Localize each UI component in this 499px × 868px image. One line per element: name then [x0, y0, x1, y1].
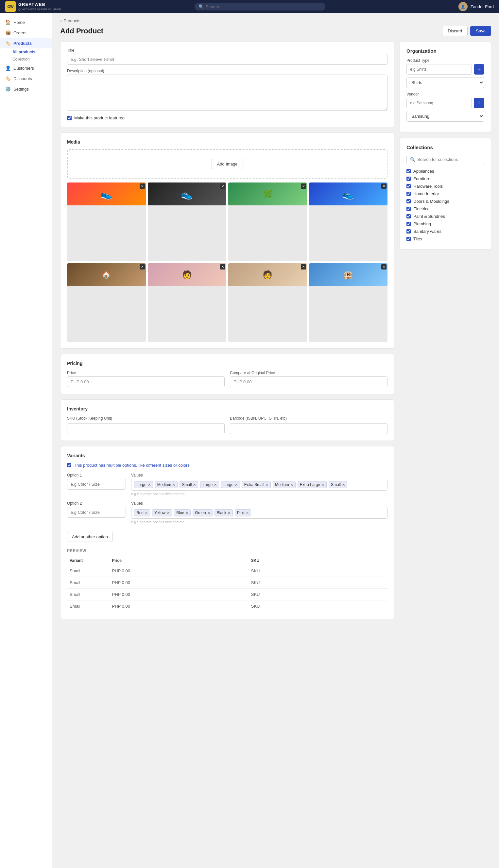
preview-table: Variant Price SKU Small	[67, 556, 388, 612]
collection-checkbox-plumbing[interactable]	[406, 222, 411, 226]
collection-label: Plumbing	[413, 221, 431, 226]
remove-image-2[interactable]: ✕	[220, 183, 225, 189]
remove-image-5[interactable]: ✕	[139, 264, 145, 269]
collection-item-sanitary-wares: Sanitary wares	[406, 228, 484, 235]
collection-checkbox-tiles[interactable]	[406, 237, 411, 241]
option1-tags[interactable]: Large✕ Medium✕ Small✕ Large✕ Large✕ Extr…	[131, 479, 388, 491]
collection-item-tiles: Tiles	[406, 235, 484, 243]
sku-input[interactable]	[67, 423, 224, 434]
sidebar-item-orders[interactable]: 📦 Orders	[0, 27, 52, 38]
title-input[interactable]	[67, 54, 388, 65]
price-input-row1[interactable]	[112, 569, 246, 573]
sku-cell[interactable]	[248, 589, 388, 600]
sidebar-item-home[interactable]: 🏠 Home	[0, 17, 52, 27]
remove-image-8[interactable]: ✕	[381, 264, 387, 269]
discard-button[interactable]: Discard	[442, 26, 467, 36]
multiple-options-checkbox[interactable]	[67, 463, 71, 467]
compare-price-input[interactable]	[230, 377, 388, 387]
price-input[interactable]	[67, 377, 224, 387]
logo-text: GREATWEB QUALITY WEB DESIGN SOLUTION	[18, 2, 61, 11]
sidebar-item-discounts[interactable]: 🏷️ Discounts	[0, 73, 52, 84]
vendor-add-button[interactable]: +	[474, 98, 484, 108]
collection-checkbox-paint-sundries[interactable]	[406, 214, 411, 219]
product-type-input[interactable]	[406, 64, 472, 75]
inventory-title: Inventory	[67, 406, 388, 412]
sku-input-row3[interactable]	[251, 592, 385, 597]
collection-checkbox-hardware-tools[interactable]	[406, 184, 411, 188]
price-input-row3[interactable]	[112, 592, 246, 597]
option1-values-label: Values	[131, 473, 388, 477]
collection-checkbox-appliances[interactable]	[406, 169, 411, 173]
vendor-input[interactable]	[406, 98, 472, 108]
price-cell[interactable]	[109, 600, 248, 612]
sidebar-item-label: Customers	[13, 66, 34, 71]
sku-cell[interactable]	[248, 565, 388, 577]
pricing-title: Pricing	[67, 361, 388, 366]
collections-search-input[interactable]	[417, 157, 481, 162]
price-cell[interactable]	[109, 565, 248, 577]
sku-cell[interactable]	[248, 577, 388, 589]
sidebar-item-label: Home	[13, 20, 25, 25]
save-button[interactable]: Save	[470, 26, 491, 36]
collection-label: Tiles	[413, 236, 422, 241]
tag-red: Red✕	[134, 509, 150, 516]
price-input-row2[interactable]	[112, 580, 246, 585]
featured-checkbox[interactable]	[67, 116, 72, 120]
sku-input-row1[interactable]	[251, 569, 385, 573]
sidebar-item-customers[interactable]: 👤 Customers	[0, 63, 52, 73]
collection-checkbox-electrical[interactable]	[406, 207, 411, 211]
image-thumb-1: 👟 ✕	[67, 183, 146, 261]
products-icon: 🏷️	[5, 40, 11, 46]
collection-checkbox-furniture[interactable]	[406, 176, 411, 181]
sidebar-item-label: Settings	[13, 87, 29, 91]
vendor-select[interactable]: Samsung	[406, 111, 484, 122]
search-bar[interactable]: 🔍	[195, 3, 325, 11]
remove-image-7[interactable]: ✕	[301, 264, 306, 269]
sku-input-row2[interactable]	[251, 580, 385, 585]
price-cell[interactable]	[109, 589, 248, 600]
price-cell[interactable]	[109, 577, 248, 589]
collection-label: Furniture	[413, 176, 430, 181]
option2-tags[interactable]: Red✕ Yellow✕ Blue✕ Green✕ Black✕ Pink✕	[131, 507, 388, 519]
variants-card: Variants This product has multiple optio…	[60, 446, 394, 619]
preview-col-sku: SKU	[248, 556, 388, 565]
option1-input[interactable]	[67, 479, 126, 490]
sku-input-row4[interactable]	[251, 604, 385, 609]
remove-image-6[interactable]: ✕	[220, 264, 225, 269]
collection-checkbox-home-interior[interactable]	[406, 192, 411, 196]
tag-large-2: Large✕	[200, 481, 219, 488]
tag-large-3: Large✕	[221, 481, 240, 488]
product-type-add-button[interactable]: +	[474, 64, 484, 75]
collections-search[interactable]: 🔍	[406, 155, 484, 164]
price-input-row4[interactable]	[112, 604, 246, 609]
sidebar-subitem-collection[interactable]: Collection	[0, 56, 52, 63]
sidebar-subitem-all-products[interactable]: All products	[0, 48, 52, 56]
collection-checkbox-sanitary-wares[interactable]	[406, 229, 411, 233]
collection-label: Home Interior	[413, 191, 439, 196]
add-image-button[interactable]: Add Image	[211, 159, 243, 169]
collection-label: Hardware Tools	[413, 184, 443, 189]
variant-cell: Small	[67, 565, 109, 577]
collection-checkbox-doors-mouldings[interactable]	[406, 199, 411, 204]
search-icon: 🔍	[198, 4, 204, 9]
search-input[interactable]	[206, 4, 321, 9]
remove-image-4[interactable]: ✕	[381, 183, 387, 189]
remove-image-3[interactable]: ✕	[301, 183, 306, 189]
description-textarea[interactable]	[67, 75, 388, 111]
option2-input[interactable]	[67, 507, 126, 518]
breadcrumb[interactable]: ‹ Products	[60, 18, 491, 23]
product-type-select[interactable]: Shirts	[406, 77, 484, 88]
add-option-button[interactable]: Add another option	[67, 532, 113, 542]
image-thumb-6: 🧑 ✕	[148, 263, 227, 342]
table-row: Small	[67, 589, 388, 600]
tag-small-2: Small✕	[329, 481, 347, 488]
remove-image-1[interactable]: ✕	[139, 183, 145, 189]
sku-cell[interactable]	[248, 600, 388, 612]
user-profile[interactable]: 👤 Zander Ford	[459, 2, 494, 11]
sidebar-item-products[interactable]: 🏷️ Products	[0, 38, 52, 48]
sidebar-item-settings[interactable]: ⚙️ Settings	[0, 84, 52, 94]
media-dropzone[interactable]: Add Image	[67, 149, 388, 179]
table-row: Small	[67, 577, 388, 589]
image-grid: 👟 ✕ 👟 ✕ 🌿	[67, 183, 388, 342]
barcode-input[interactable]	[230, 423, 388, 434]
